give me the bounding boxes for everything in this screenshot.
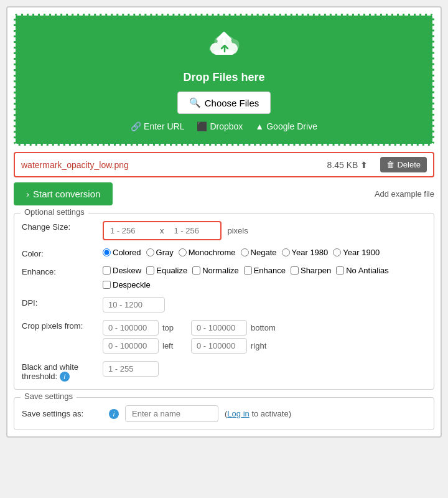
sharpen-checkbox[interactable] [291,266,299,275]
enhance-equalize[interactable]: Equalize [146,266,187,275]
equalize-checkbox[interactable] [146,266,154,275]
color-options: Colored Gray Monochrome Negate Year 1980 [103,248,426,257]
enhance-label: Enhance: [22,266,103,276]
link-icon: 🔗 [131,121,141,131]
trash-icon: 🗑 [386,160,394,169]
upload-small-icon: ⬆ [360,160,368,170]
crop-row: Crop pixels from: top bottom left right [22,320,426,354]
save-row: Save settings as: i (Log in to activate) [22,405,426,422]
bw-input[interactable] [103,361,159,377]
size-unit-label: pixels [228,226,248,235]
despeckle-checkbox[interactable] [103,281,111,289]
google-drive-link[interactable]: ▲ Google Drive [255,121,317,131]
change-size-row: Change Size: x pixels [22,221,426,240]
crop-left-input[interactable] [103,338,159,354]
size-width-input[interactable] [105,223,155,238]
optional-settings-section: Optional settings Change Size: x pixels … [14,213,434,390]
color-negate[interactable]: Negate [241,248,277,257]
change-size-content: x pixels [103,221,426,240]
upload-area[interactable]: Drop Files here 🔍 Choose Files 🔗 Enter U… [14,14,434,146]
main-container: Drop Files here 🔍 Choose Files 🔗 Enter U… [6,6,442,438]
enhance-row: Enhance: Deskew Equalize Normalize Enhan… [22,266,426,289]
bw-content [103,361,426,377]
crop-left-row: left right [103,338,276,354]
dpi-content [103,297,426,312]
enhance-despeckle[interactable]: Despeckle [103,280,151,289]
file-size: 8.45 KB ⬆ [327,160,368,170]
color-row: Color: Colored Gray Monochrome Negate [22,248,426,258]
save-as-label: Save settings as: [22,409,103,418]
enter-url-link[interactable]: 🔗 Enter URL [131,121,184,131]
normalize-checkbox[interactable] [192,266,200,275]
choose-files-button[interactable]: 🔍 Choose Files [177,92,271,114]
upload-links: 🔗 Enter URL ⬛ Dropbox ▲ Google Drive [28,121,420,131]
bw-info-icon[interactable]: i [60,372,70,382]
enhance-normalize[interactable]: Normalize [192,266,239,275]
crop-label: Crop pixels from: [22,320,103,331]
color-monochrome[interactable]: Monochrome [179,248,236,257]
color-year1980[interactable]: Year 1980 [282,248,329,257]
enhance-checkbox[interactable] [244,266,252,275]
dropbox-icon: ⬛ [197,121,207,131]
dpi-label: DPI: [22,297,103,308]
save-note: (Log in to activate) [225,409,291,418]
crop-right-label: right [251,341,276,350]
enhance-enhance[interactable]: Enhance [244,266,286,275]
search-icon: 🔍 [189,97,201,108]
size-height-input[interactable] [169,223,219,238]
delete-button[interactable]: 🗑 Delete [380,157,427,172]
dpi-row: DPI: [22,297,426,312]
drop-files-text: Drop Files here [28,71,420,84]
start-conversion-button[interactable]: › Start conversion [14,182,113,205]
enhance-checkbox-group: Deskew Equalize Normalize Enhance Sharpe… [103,266,426,289]
color-gray-radio[interactable] [146,248,154,256]
file-name: watermark_opacity_low.png [21,160,327,170]
deskew-checkbox[interactable] [103,266,111,275]
color-radio-group: Colored Gray Monochrome Negate Year 1980 [103,248,380,257]
optional-settings-legend: Optional settings [21,207,88,217]
no-antialias-checkbox[interactable] [336,266,344,275]
bw-row: Black and whitethreshold: i [22,361,426,382]
dpi-input[interactable] [103,297,165,312]
dropbox-link[interactable]: ⬛ Dropbox [197,121,243,131]
crop-bottom-input[interactable] [191,320,247,336]
login-link[interactable]: Log in [227,409,249,418]
upload-cloud-icon [28,28,420,66]
color-monochrome-radio[interactable] [179,248,187,256]
actions-row: › Start conversion Add example file [14,182,434,205]
add-example-link[interactable]: Add example file [375,189,434,199]
color-year1980-radio[interactable] [282,248,290,256]
enhance-sharpen[interactable]: Sharpen [291,266,331,275]
crop-right-input[interactable] [191,338,247,354]
bw-label: Black and whitethreshold: i [22,361,103,382]
crop-top-row: top bottom [103,320,276,336]
color-label: Color: [22,248,103,258]
color-gray[interactable]: Gray [146,248,174,257]
enhance-deskew[interactable]: Deskew [103,266,141,275]
file-row: watermark_opacity_low.png 8.45 KB ⬆ 🗑 De… [14,152,434,177]
save-settings-legend: Save settings [21,392,77,401]
change-size-label: Change Size: [22,221,103,232]
crop-left-label: left [162,341,187,350]
crop-grid: top bottom left right [103,320,276,354]
size-x-separator: x [157,226,167,235]
color-year1900[interactable]: Year 1900 [333,248,380,257]
size-input-group: x [103,221,222,240]
save-settings-section: Save settings Save settings as: i (Log i… [14,397,434,430]
color-colored[interactable]: Colored [103,248,141,257]
save-info-icon[interactable]: i [109,409,119,419]
color-year1900-radio[interactable] [333,248,341,256]
color-colored-radio[interactable] [103,248,111,256]
gdrive-icon: ▲ [255,121,264,131]
enhance-options: Deskew Equalize Normalize Enhance Sharpe… [103,266,426,289]
crop-top-input[interactable] [103,320,159,336]
crop-top-label: top [162,323,187,332]
chevron-right-icon: › [26,189,29,199]
save-name-input[interactable] [125,405,218,422]
enhance-no-antialias[interactable]: No Antialias [336,266,389,275]
color-negate-radio[interactable] [241,248,249,256]
crop-bottom-label: bottom [251,323,276,332]
crop-content: top bottom left right [103,320,426,354]
